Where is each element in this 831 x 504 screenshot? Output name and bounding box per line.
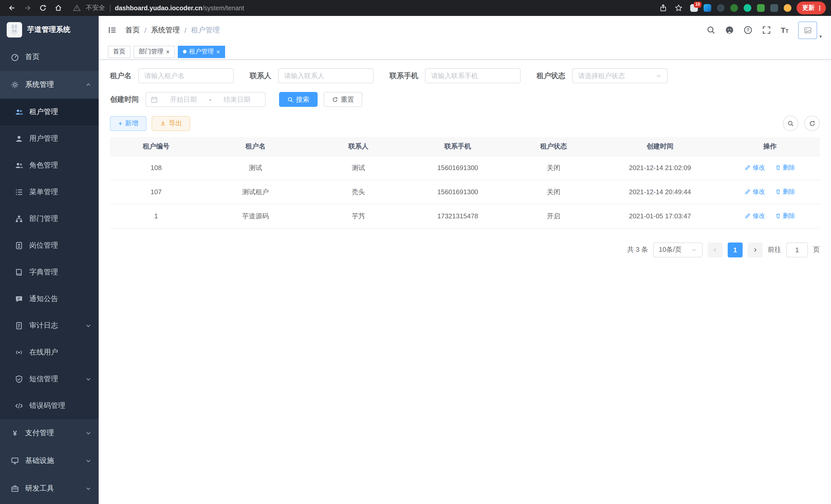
list-icon [15,187,24,197]
search-button[interactable]: 搜索 [279,92,318,107]
sidebar-item-error-code[interactable]: 错误码管理 [0,392,99,419]
logo-row[interactable]: 芋道管理系统 [0,16,99,43]
sidebar-menu: 首页 系统管理 租户管理 用户管理 [0,43,99,504]
goto-page-input[interactable] [786,242,808,257]
tenant-name-input[interactable] [138,68,234,83]
help-icon[interactable]: ? [744,26,752,34]
home-icon[interactable] [51,2,65,14]
refresh-icon[interactable] [804,116,820,131]
sidebar-item-audit-log[interactable]: 审计日志 [0,313,99,339]
phone-input[interactable] [425,68,521,83]
browser-update-button[interactable]: 更新 ⋮ [797,2,826,14]
tab-dept[interactable]: 部门管理 × [134,46,175,58]
extension-icon-4[interactable] [730,4,738,12]
profile-avatar-icon[interactable] [784,4,792,12]
cell-contact: 芋艿 [309,204,408,228]
tab-home[interactable]: 首页 [108,46,131,58]
sidebar-item-label: 通知公告 [29,294,58,304]
user-icon [15,134,24,143]
filter-tenant-name: 租户名 [110,68,234,83]
toggle-search-icon[interactable] [783,116,798,131]
menu-fold-icon[interactable] [108,26,117,34]
date-start-placeholder: 开始日期 [160,95,207,104]
sidebar-item-dev-tools[interactable]: 研发工具 [0,475,99,502]
edit-link[interactable]: 修改 [745,164,765,172]
close-icon[interactable]: × [217,49,220,55]
export-button-label: 导出 [169,119,182,128]
edit-link[interactable]: 修改 [745,212,765,220]
chevron-down-icon [85,458,91,464]
tags-view-bar: 首页 部门管理 × 租户管理 × [99,44,831,60]
reload-icon[interactable] [36,2,49,14]
gear-icon [10,80,20,89]
table-toolbar: + 新增 导出 [110,116,820,131]
forward-icon[interactable] [21,2,34,14]
github-icon[interactable] [725,26,734,34]
export-button[interactable]: 导出 [152,116,190,131]
filter-label: 创建时间 [110,95,139,104]
sidebar-item-infra[interactable]: 基础设施 [0,447,99,475]
sidebar-item-user[interactable]: 用户管理 [0,125,99,152]
extension-icon-5[interactable] [744,4,751,12]
date-range-picker[interactable]: 开始日期 - 结束日期 [145,92,266,107]
extension-puzzle-icon[interactable] [770,4,778,12]
user-menu[interactable]: ▾ [798,21,822,39]
sidebar-item-tenant[interactable]: 租户管理 [0,99,99,125]
prev-page-button[interactable] [708,242,722,257]
page-size-select[interactable]: 10条/页 [653,242,703,257]
extension-icon-6[interactable] [757,4,765,12]
sidebar-item-post[interactable]: 岗位管理 [0,232,99,259]
edit-link[interactable]: 修改 [745,187,765,196]
sidebar-item-notice[interactable]: 通知公告 [0,286,99,313]
chevron-down-icon [656,73,661,79]
pagination: 共 3 条 10条/页 1 前往 页 [110,242,820,257]
sidebar-item-menu[interactable]: 菜单管理 [0,179,99,206]
browser-menu-icon[interactable]: ⋮ [816,5,823,11]
address-bar[interactable]: 不安全 dashboard.yudao.iocoder.cn/system/te… [72,2,649,14]
sidebar-item-system[interactable]: 系统管理 [0,71,99,99]
sidebar-item-dept[interactable]: 部门管理 [0,206,99,232]
breadcrumb-section[interactable]: 系统管理 [151,25,180,35]
reset-button-label: 重置 [341,95,354,104]
sidebar-item-payment[interactable]: ¥ 支付管理 [0,419,99,447]
delete-link[interactable]: 删除 [775,187,795,196]
column-header: 租户编号 [110,137,202,156]
sidebar-item-role[interactable]: 角色管理 [0,152,99,179]
book-icon [15,268,24,277]
extension-icon-3[interactable] [717,4,725,12]
sidebar-item-home[interactable]: 首页 [0,43,99,71]
omnibox-divider [110,4,110,11]
font-size-icon[interactable]: TT [781,26,789,34]
extension-icon-1[interactable]: 10 [690,4,698,12]
fullscreen-icon[interactable] [762,26,771,34]
delete-link[interactable]: 删除 [775,212,795,220]
bookmark-star-icon[interactable] [672,2,685,14]
page-number-1[interactable]: 1 [728,242,743,257]
extensions-cluster: 10 [690,4,792,12]
extension-icon-2[interactable] [704,4,711,12]
sidebar-item-sms[interactable]: 短信管理 [0,366,99,392]
date-end-placeholder: 结束日期 [213,95,261,104]
cell-create-time: 2021-12-14 20:49:44 [600,180,720,204]
filter-label: 租户名 [110,71,132,80]
sidebar-item-dict[interactable]: 字典管理 [0,259,99,286]
page-size-value: 10条/页 [659,245,682,254]
breadcrumb-home[interactable]: 首页 [125,25,140,35]
sidebar-item-online-users[interactable]: 在线用户 [0,339,99,366]
search-icon[interactable] [707,26,715,34]
contact-input[interactable] [278,68,374,83]
sidebar: 芋道管理系统 首页 系统管理 租户管理 [0,16,99,504]
delete-link[interactable]: 删除 [775,164,795,172]
status-select[interactable]: 请选择租户状态 [572,68,667,83]
sidebar-item-label: 支付管理 [25,428,54,438]
back-icon[interactable] [5,2,19,14]
users-icon [15,108,24,117]
reset-button[interactable]: 重置 [324,92,362,107]
filter-row-2: 创建时间 开始日期 - 结束日期 搜索 重置 [110,92,820,107]
close-icon[interactable]: × [166,49,170,55]
chevron-down-icon [85,323,91,329]
next-page-button[interactable] [748,242,763,257]
share-icon[interactable] [656,2,670,14]
tab-tenant[interactable]: 租户管理 × [178,46,225,58]
add-button[interactable]: + 新增 [110,116,146,131]
